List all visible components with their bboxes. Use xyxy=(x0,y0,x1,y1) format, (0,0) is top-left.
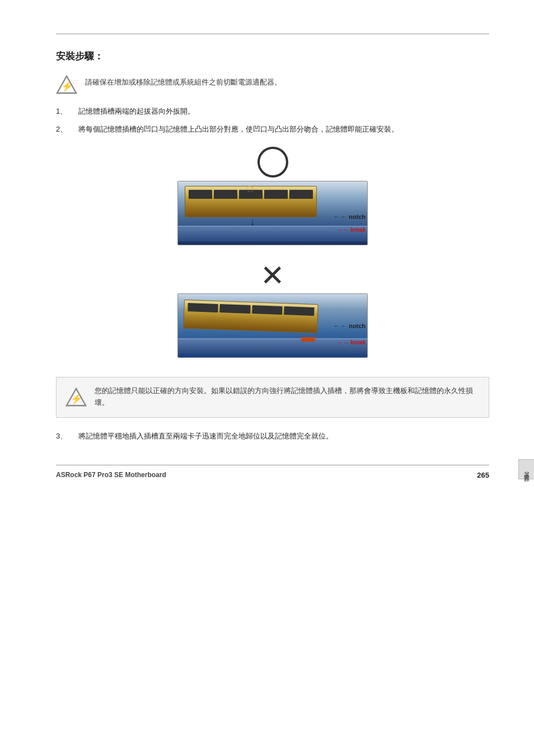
side-tab-text: 父 xyxy=(523,466,531,467)
break-text-1: ← break xyxy=(344,227,366,233)
side-tab: 父 丑 繁 錄 xyxy=(518,459,534,479)
side-tab-text-4: 錄 xyxy=(523,472,531,472)
footer: ASRock P67 Pro3 SE Motherboard 265 xyxy=(56,465,489,479)
step-3: 3、 將記憶體平穩地插入插槽直至兩端卡子迅速而完全地歸位以及記憶體完全就位。 xyxy=(56,430,489,442)
warning-box-1: ⚡ 請確保在增加或移除記憶體或系統組件之前切斷電源適配器。 xyxy=(56,73,489,95)
x-wrong-symbol: ✕ xyxy=(260,261,285,290)
svg-text:⚡: ⚡ xyxy=(71,393,83,405)
top-divider xyxy=(56,34,489,34)
circle-correct-symbol xyxy=(257,147,288,178)
step-3-num: 3、 xyxy=(56,430,73,442)
step-1: 1、 記憶體插槽兩端的起拔器向外扳開。 xyxy=(56,105,489,118)
correct-diagram-row: ↓ ☞ ← ← notch ← ← break xyxy=(177,147,368,245)
footer-page-number: 265 xyxy=(477,471,489,479)
side-tab-text-2: 丑 xyxy=(523,468,531,469)
svg-text:⚡: ⚡ xyxy=(61,81,73,92)
step-1-num: 1、 xyxy=(56,105,73,118)
step-2-text: 將每個記憶體插槽的凹口与記憶體上凸出部分對應，使凹口与凸出部分吻合，記憶體即能正… xyxy=(78,123,489,136)
notch-label-1: ← ← notch xyxy=(334,213,366,220)
step-2-num: 2、 xyxy=(56,123,73,136)
steps-container: 1、 記憶體插槽兩端的起拔器向外扳開。 2、 將每個記憶體插槽的凹口与記憶體上凸… xyxy=(56,105,489,136)
page: 安裝步驟： ⚡ 請確保在增加或移除記憶體或系統組件之前切斷電源適配器。 1、 記… xyxy=(0,0,534,756)
warning-icon-1: ⚡ xyxy=(56,74,77,95)
warning-icon-2: ⚡ xyxy=(65,386,87,408)
warning-text-2: 您的記憶體只能以正確的方向安裝。如果以錯誤的方向強行將記憶體插入插槽，那將會導致… xyxy=(95,385,480,409)
wrong-photo: ← ← notch ← ← break xyxy=(177,293,368,358)
step-1-text: 記憶體插槽兩端的起拔器向外扳開。 xyxy=(78,105,489,118)
footer-product: ASRock P67 Pro3 SE Motherboard xyxy=(56,471,166,479)
step-2: 2、 將每個記憶體插槽的凹口与記憶體上凸出部分對應，使凹口与凸出部分吻合，記憶體… xyxy=(56,123,489,136)
break-arrow-2: ← xyxy=(337,339,343,346)
side-tab-text-3: 繁 xyxy=(523,470,531,470)
notch-text-2: ← notch xyxy=(341,323,366,329)
diagram-section: ↓ ☞ ← ← notch ← ← break ✕ xyxy=(56,147,489,365)
warning-box-2: ⚡ 您的記憶體只能以正確的方向安裝。如果以錯誤的方向強行將記憶體插入插槽，那將會… xyxy=(56,377,489,418)
correct-photo: ↓ ☞ ← ← notch ← ← break xyxy=(177,181,368,245)
notch-arrow-1: ← xyxy=(334,213,340,220)
step-3-text: 將記憶體平穩地插入插槽直至兩端卡子迅速而完全地歸位以及記憶體完全就位。 xyxy=(78,430,489,442)
break-label-2: ← ← break xyxy=(337,339,366,346)
notch-label-2: ← ← notch xyxy=(334,323,366,329)
notch-arrow-2: ← xyxy=(334,323,340,329)
warning-text-1: 請確保在增加或移除記憶體或系統組件之前切斷電源適配器。 xyxy=(85,73,282,88)
break-arrow-1: ← xyxy=(337,227,343,233)
section-title: 安裝步驟： xyxy=(56,50,489,63)
wrong-diagram-row: ✕ xyxy=(177,261,368,358)
break-label-1: ← ← break xyxy=(337,227,366,233)
break-text-2: ← break xyxy=(344,339,366,346)
notch-text-1: ← notch xyxy=(341,213,366,220)
